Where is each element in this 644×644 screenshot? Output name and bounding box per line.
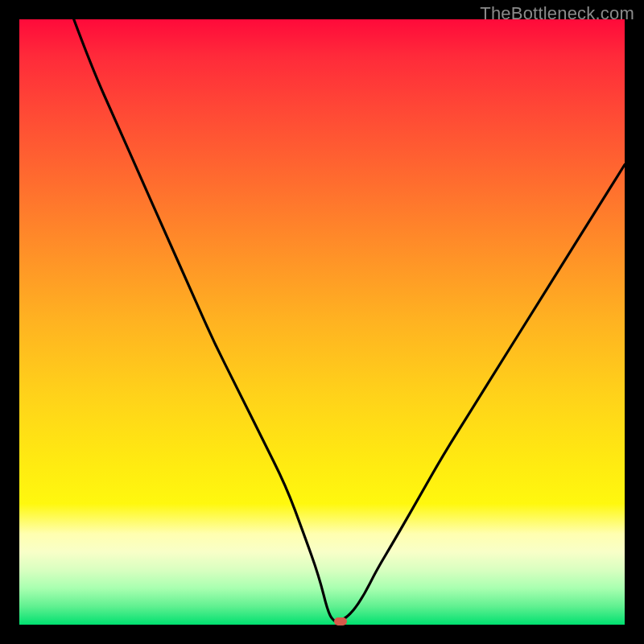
chart-plot-area: [19, 19, 625, 625]
chart-frame: TheBottleneck.com: [0, 0, 644, 644]
chart-line-layer: [19, 19, 625, 625]
bottleneck-curve: [74, 19, 625, 621]
minimum-marker: [334, 617, 347, 625]
